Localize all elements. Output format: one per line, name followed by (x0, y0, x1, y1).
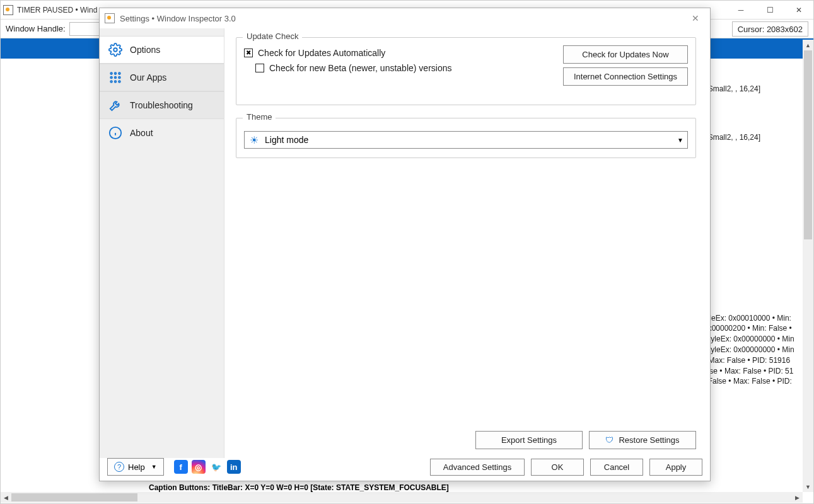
minimize-button[interactable]: ─ (726, 1, 755, 20)
wrench-icon (108, 98, 122, 112)
maximize-button[interactable]: ☐ (755, 1, 784, 20)
cursor-position-label: Cursor: 2083x602 (732, 21, 808, 37)
twitter-icon[interactable]: 🐦 (209, 460, 223, 474)
apply-button[interactable]: Apply (649, 459, 702, 476)
ok-button[interactable]: OK (531, 459, 584, 476)
checkbox-auto-updates[interactable] (244, 49, 253, 57)
sidebar-item-troubleshooting[interactable]: Troubleshooting (100, 91, 224, 119)
sidebar-item-label: Our Apps (130, 72, 166, 83)
help-icon: ? (114, 462, 124, 472)
window-handle-label: Window Handle: (6, 24, 66, 33)
help-button[interactable]: ? Help ▼ (107, 458, 164, 476)
bg-text: • Max: False • PID: 51916 (704, 355, 805, 366)
theme-group: Theme ☀ Light mode ▼ (236, 118, 696, 158)
check-updates-auto-label: Check for Updates Automatically (258, 48, 385, 58)
chevron-down-icon: ▼ (151, 464, 157, 470)
horizontal-scrollbar[interactable]: ◀ ▶ (1, 492, 803, 503)
dialog-titlebar: Settings • Window Inspector 3.0 ✕ (100, 8, 710, 28)
restore-settings-button[interactable]: 🛡Restore Settings (589, 431, 696, 449)
window-controls: ─ ☐ ✕ (726, 1, 813, 20)
svg-point-7 (110, 81, 112, 83)
help-label: Help (128, 462, 145, 472)
cancel-button[interactable]: Cancel (590, 459, 643, 476)
svg-point-8 (115, 81, 117, 83)
bottom-info: Caption Buttons: TitleBar: X=0 Y=0 W=0 H… (149, 483, 802, 492)
check-beta-label: Check for new Beta (newer, unstable) ver… (269, 63, 451, 73)
linkedin-icon[interactable]: in (227, 460, 241, 474)
theme-selected-label: Light mode (265, 135, 677, 145)
restore-settings-label: Restore Settings (619, 435, 679, 445)
svg-point-2 (115, 72, 117, 74)
close-button[interactable]: ✕ (784, 1, 813, 20)
scroll-up-icon[interactable]: ▲ (803, 40, 813, 50)
svg-point-3 (119, 72, 120, 74)
main-title: TIMER PAUSED • Wind (17, 6, 97, 14)
svg-point-0 (113, 48, 117, 52)
chevron-down-icon: ▼ (677, 137, 683, 144)
app-icon (3, 5, 13, 15)
facebook-icon[interactable]: f (174, 460, 188, 474)
gear-icon (108, 43, 122, 57)
bg-text: _Small2, , 16,24] (704, 84, 805, 94)
grid-icon (108, 71, 122, 84)
check-updates-now-button[interactable]: Check for Updates Now (563, 45, 688, 64)
update-check-group: Update Check Check for Updates Automatic… (236, 37, 696, 105)
svg-point-9 (119, 81, 120, 83)
internet-connection-settings-button[interactable]: Internet Connection Settings (563, 67, 688, 86)
shield-icon: 🛡 (605, 435, 613, 445)
bg-text: _Small2, , 16,24] (704, 132, 805, 143)
bg-text: StyleEx: 0x00000000 • Min (704, 334, 805, 345)
bg-text: : False • Max: False • PID: (704, 376, 805, 387)
settings-sidebar: Options Our Apps Troubleshooting About (100, 28, 224, 458)
dialog-footer: ? Help ▼ f ◎ 🐦 in Advanced Settings OK C… (100, 453, 710, 481)
caption-buttons-text: Caption Buttons: TitleBar: X=0 Y=0 W=0 H… (149, 483, 449, 492)
scroll-thumb[interactable] (804, 50, 812, 239)
svg-point-1 (110, 72, 112, 74)
background-info-panel: _Small2, , 16,24] _Small2, , 16,24] tyle… (704, 59, 805, 497)
theme-select[interactable]: ☀ Light mode ▼ (244, 131, 688, 149)
checkbox-beta[interactable] (255, 64, 264, 72)
sidebar-item-our-apps[interactable]: Our Apps (100, 64, 224, 91)
sidebar-item-about[interactable]: About (100, 119, 224, 147)
sun-icon: ☀ (248, 134, 260, 146)
vertical-scrollbar[interactable]: ▲ ▼ (803, 40, 813, 492)
update-check-legend: Update Check (243, 32, 302, 41)
scroll-left-icon[interactable]: ◀ (1, 492, 11, 503)
svg-point-4 (110, 77, 112, 79)
svg-point-5 (115, 77, 117, 79)
sidebar-item-label: Troubleshooting (130, 100, 193, 110)
dialog-app-icon (105, 13, 115, 23)
scroll-right-icon[interactable]: ▶ (792, 492, 803, 503)
instagram-icon[interactable]: ◎ (192, 460, 206, 474)
bg-text: tyleEx: 0x00010000 • Min: (704, 313, 805, 324)
settings-content: Update Check Check for Updates Automatic… (224, 28, 710, 458)
export-settings-button[interactable]: Export Settings (475, 431, 583, 449)
sidebar-item-label: About (130, 128, 153, 138)
theme-legend: Theme (243, 112, 276, 122)
dialog-title: Settings • Window Inspector 3.0 (120, 14, 236, 23)
settings-dialog: Settings • Window Inspector 3.0 ✕ Option… (99, 8, 711, 481)
dialog-close-button[interactable]: ✕ (681, 8, 710, 28)
svg-point-6 (119, 77, 120, 79)
advanced-settings-button[interactable]: Advanced Settings (430, 459, 525, 476)
sidebar-item-options[interactable]: Options (100, 36, 224, 64)
bg-text: StyleEx: 0x00000000 • Min (704, 345, 805, 355)
scroll-thumb-h[interactable] (11, 493, 137, 501)
social-links: f ◎ 🐦 in (174, 460, 241, 474)
scroll-down-icon[interactable]: ▼ (803, 481, 813, 492)
info-icon (108, 126, 122, 140)
bg-text: 0x00000200 • Min: False • (704, 323, 805, 334)
bg-text: alse • Max: False • PID: 51 (704, 366, 805, 377)
sidebar-item-label: Options (130, 45, 160, 55)
